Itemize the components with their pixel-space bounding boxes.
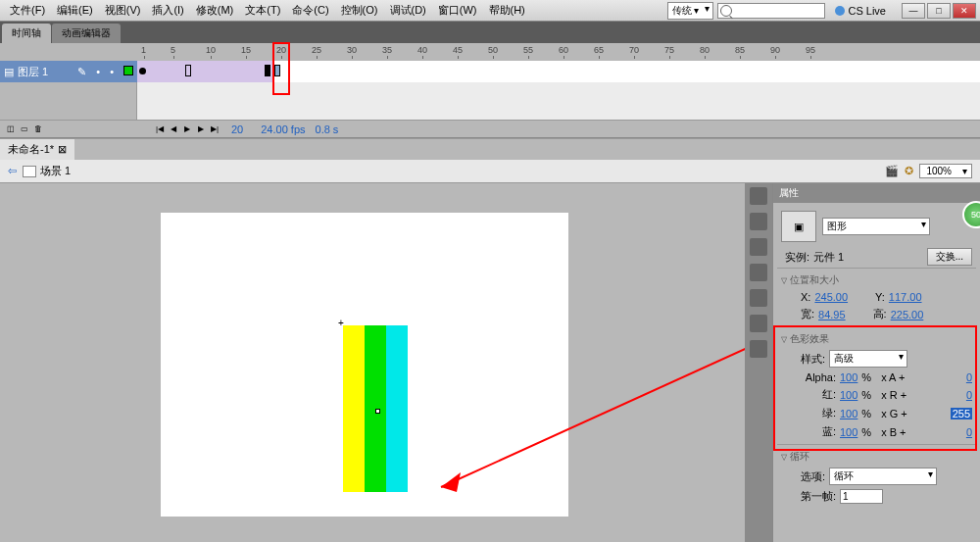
tick: 65 <box>594 45 604 55</box>
blue-pct[interactable]: 100 <box>840 426 858 438</box>
green-label: 绿: <box>801 406 836 420</box>
document-tab[interactable]: 未命名-1*⊠ <box>0 139 74 160</box>
cslive-button[interactable]: CS Live <box>829 3 892 19</box>
green-pct[interactable]: 100 <box>840 408 858 419</box>
menu-modify[interactable]: 修改(M) <box>190 1 240 20</box>
menu-commands[interactable]: 命令(C) <box>286 1 334 20</box>
red-pct[interactable]: 100 <box>840 389 858 401</box>
tick: 70 <box>629 45 639 55</box>
tool-icon[interactable] <box>750 289 767 307</box>
tool-icon[interactable] <box>750 340 767 358</box>
delete-layer-button[interactable]: 🗑 <box>32 123 44 135</box>
green-offset[interactable]: 255 <box>951 408 972 419</box>
goto-last-button[interactable]: ▶| <box>209 123 220 135</box>
menu-help[interactable]: 帮助(H) <box>483 1 531 20</box>
menu-window[interactable]: 窗口(W) <box>432 1 483 20</box>
menu-edit[interactable]: 编辑(E) <box>51 1 99 20</box>
style-select[interactable]: 高级 <box>829 350 907 368</box>
instance-type-select[interactable]: 图形 <box>822 218 930 235</box>
tool-icon[interactable] <box>750 187 767 205</box>
tick: 95 <box>806 45 815 55</box>
scene-name[interactable]: 场景 1 <box>40 164 71 178</box>
back-icon[interactable]: ⇦ <box>8 165 17 177</box>
first-frame-input[interactable] <box>840 489 883 504</box>
keyframe[interactable] <box>139 68 146 74</box>
zoom-selector[interactable]: 100% <box>919 164 972 178</box>
blue-mul: x B + <box>881 426 906 438</box>
scene-icon <box>23 166 36 177</box>
timeline-panel: 1 5 10 15 20 25 30 35 40 45 50 55 60 65 … <box>0 43 980 138</box>
timeline-footer: ◫ ▭ 🗑 |◀ ◀ ▶ ▶ ▶| 20 24.00 fps 0.8 s <box>0 120 980 137</box>
x-value[interactable]: 245.00 <box>814 291 848 303</box>
edit-scene-icon[interactable]: 🎬 <box>885 165 899 177</box>
goto-first-button[interactable]: |◀ <box>154 123 166 135</box>
menu-insert[interactable]: 插入(I) <box>146 1 189 20</box>
fps-display[interactable]: 24.00 fps <box>261 123 305 135</box>
stage[interactable]: + <box>161 213 568 517</box>
document-name: 未命名-1* <box>8 142 54 157</box>
y-label: Y: <box>875 291 885 303</box>
tool-icon[interactable] <box>750 264 767 281</box>
layer-name: 图层 1 <box>18 65 48 79</box>
edit-symbol-icon[interactable]: ✪ <box>905 165 913 177</box>
instance-type-icon: ▣ <box>781 211 816 242</box>
properties-header[interactable]: 属性 <box>773 183 980 203</box>
w-value[interactable]: 84.95 <box>818 309 846 320</box>
tool-icon[interactable] <box>750 238 767 256</box>
current-frame[interactable]: 20 <box>231 123 243 135</box>
alpha-offset[interactable]: 0 <box>966 371 972 383</box>
maximize-button[interactable]: □ <box>927 3 951 19</box>
section-position-size[interactable]: 位置和大小 <box>777 271 976 289</box>
close-button[interactable]: ✕ <box>953 3 976 19</box>
frame-strip[interactable] <box>137 61 980 82</box>
tick: 25 <box>312 45 321 55</box>
graphic-instance[interactable]: + <box>343 325 408 492</box>
layer-row[interactable]: ▤ 图层 1 ✎•• <box>0 61 980 82</box>
green-mul: x G + <box>881 408 907 419</box>
first-frame-label: 第一帧: <box>801 489 836 504</box>
menu-view[interactable]: 视图(V) <box>99 1 147 20</box>
alpha-pct[interactable]: 100 <box>840 371 858 383</box>
menu-control[interactable]: 控制(O) <box>335 1 384 20</box>
stage-area[interactable]: + <box>0 183 745 542</box>
search-input[interactable] <box>717 3 825 19</box>
menu-text[interactable]: 文本(T) <box>239 1 286 20</box>
center-point-icon <box>375 409 380 414</box>
tick: 80 <box>700 45 710 55</box>
red-offset[interactable]: 0 <box>966 389 972 401</box>
close-icon[interactable]: ⊠ <box>58 143 67 156</box>
keyframe-hollow[interactable] <box>185 65 191 76</box>
step-back-button[interactable]: ◀ <box>168 123 179 135</box>
h-label: 高: <box>873 307 887 321</box>
tool-strip <box>745 183 772 542</box>
section-loop[interactable]: 循环 <box>777 448 976 466</box>
menu-debug[interactable]: 调试(D) <box>384 1 432 20</box>
step-fwd-button[interactable]: ▶ <box>195 123 207 135</box>
timeline-ruler[interactable]: 1 5 10 15 20 25 30 35 40 45 50 55 60 65 … <box>0 43 980 61</box>
layer-label[interactable]: ▤ 图层 1 ✎•• <box>0 61 137 82</box>
minimize-button[interactable]: — <box>902 3 925 19</box>
option-label: 选项: <box>801 469 825 484</box>
play-button[interactable]: ▶ <box>181 123 193 135</box>
tool-icon[interactable] <box>750 213 767 230</box>
blue-offset[interactable]: 0 <box>966 426 972 438</box>
tab-timeline[interactable]: 时间轴 <box>2 24 51 43</box>
y-value[interactable]: 117.00 <box>889 291 922 303</box>
loop-option-select[interactable]: 循环 <box>829 468 937 485</box>
workspace-selector[interactable]: 传统 ▾ <box>667 2 714 20</box>
tick: 75 <box>664 45 674 55</box>
new-layer-button[interactable]: ◫ <box>5 123 17 135</box>
section-color-effect[interactable]: 色彩效果 <box>777 330 976 348</box>
time-display: 0.8 s <box>316 123 339 135</box>
tick: 50 <box>488 45 498 55</box>
keyframe[interactable] <box>265 65 270 76</box>
cslive-label: CS Live <box>848 5 886 17</box>
new-folder-button[interactable]: ▭ <box>19 123 30 135</box>
tab-motion-editor[interactable]: 动画编辑器 <box>52 24 121 43</box>
workspace: + 属性 ▣ 图形 <box>0 183 980 542</box>
swap-button[interactable]: 交换... <box>927 248 972 266</box>
menu-file[interactable]: 文件(F) <box>4 1 51 20</box>
tool-icon[interactable] <box>750 315 767 332</box>
h-value[interactable]: 225.00 <box>891 309 924 320</box>
instance-label: 实例: <box>785 250 809 265</box>
